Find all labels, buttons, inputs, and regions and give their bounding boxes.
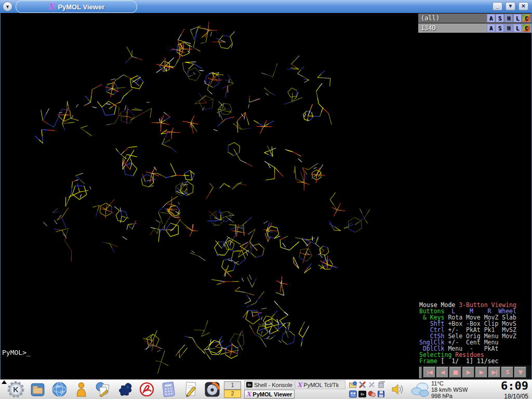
command-cursor: _: [26, 349, 31, 356]
s-button[interactable]: S: [496, 24, 504, 32]
pager-desktop-1[interactable]: 1: [224, 381, 241, 390]
frame-menu-button[interactable]: ▼: [514, 367, 526, 378]
s-button[interactable]: S: [496, 14, 504, 22]
panel-hide-arrow-icon[interactable]: [2, 380, 7, 384]
weather-applet[interactable]: 11°C 18 km/h WSW 998 hPa: [411, 380, 468, 399]
disk-sync-icon[interactable]: [377, 390, 385, 398]
weather-temperature: 11°C: [431, 380, 468, 387]
title-bar[interactable]: ▼ X PyMOL Viewer _ ▼ ✕: [0, 0, 532, 13]
chat-icon[interactable]: [368, 390, 376, 398]
clock-time: 6:09: [501, 379, 528, 392]
object-buttons: ASHLC: [487, 14, 531, 22]
task-label: Shell - Konsole: [254, 382, 292, 388]
acrobat-reader-icon[interactable]: [138, 381, 155, 398]
weather-pressure: 998 hPa: [431, 393, 468, 399]
system-tray: S>: [349, 380, 385, 398]
terminal-tray-icon[interactable]: S>: [358, 391, 366, 397]
contact-person-icon[interactable]: [73, 381, 90, 398]
desktop-pager: 1 2: [224, 381, 241, 398]
close-button[interactable]: ✕: [518, 2, 528, 10]
stop-button[interactable]: ■: [449, 367, 461, 378]
config-tools-icon[interactable]: [368, 381, 376, 389]
title-tab[interactable]: X PyMOL Viewer: [16, 1, 137, 13]
k3b-cd-burner-icon[interactable]: [204, 381, 221, 398]
window-title: PyMOL Viewer: [58, 3, 104, 11]
main-area: PyMOL>_ (all) ASHLC 134D ASHLC Mouse Mod…: [0, 13, 532, 379]
mail-documents-icon[interactable]: [95, 381, 112, 398]
minimize-button[interactable]: _: [493, 2, 502, 10]
a-button[interactable]: A: [487, 24, 495, 32]
kmenu-icon[interactable]: K: [7, 381, 24, 398]
kde-taskbar: K: [0, 379, 532, 399]
h-button[interactable]: H: [504, 24, 513, 32]
c-button[interactable]: C: [522, 14, 530, 22]
play-button[interactable]: ▶: [462, 367, 474, 378]
object-name: (all): [421, 15, 440, 22]
frame-bar-grip[interactable]: [419, 367, 422, 378]
command-line[interactable]: PyMOL>_: [2, 349, 31, 356]
a-button[interactable]: A: [487, 14, 495, 22]
konsole-icon: S>: [246, 382, 252, 388]
c-button[interactable]: C: [522, 24, 530, 32]
weather-wind: 18 km/h WSW: [431, 387, 468, 393]
mouse-help: Mouse Mode 3-Button ViewingButtons L M R…: [419, 302, 516, 364]
x11-icon: X: [297, 381, 302, 389]
web-browser-globe-icon[interactable]: [51, 381, 68, 398]
object-row-134d[interactable]: 134D ASHLC: [418, 23, 531, 33]
text-editor-icon[interactable]: [182, 381, 199, 398]
task-shell-konsole[interactable]: S> Shell - Konsole: [244, 380, 295, 389]
crossed-tools-icon[interactable]: [358, 381, 366, 389]
mail-notifier-icon[interactable]: [349, 381, 357, 389]
s-toggle-button[interactable]: S: [501, 367, 513, 378]
weather-clouds-icon: [411, 381, 430, 398]
korganizer-icon[interactable]: [349, 390, 357, 398]
task-label: PyMOL Tcl/Tk: [303, 382, 339, 388]
clock-applet[interactable]: 6:09 18/10/05: [501, 379, 530, 399]
pager-desktop-2[interactable]: 2: [224, 390, 241, 398]
l-button[interactable]: L: [513, 14, 522, 22]
x11-icon: X: [246, 391, 251, 398]
x11-icon: X: [48, 2, 55, 11]
package-icon[interactable]: [377, 381, 385, 389]
home-folder-icon[interactable]: [29, 381, 46, 398]
weather-readings: 11°C 18 km/h WSW 998 hPa: [431, 380, 468, 399]
volume-icon[interactable]: [391, 382, 405, 396]
frame-controls: |◀◀■▶▶▶|S▼: [418, 365, 531, 379]
svg-text:K: K: [13, 385, 19, 394]
object-name: 134D: [421, 24, 436, 32]
calculator-icon[interactable]: [160, 381, 177, 398]
task-list: S> Shell - Konsole X PyMOL Tcl/Tk X PyMO…: [244, 380, 345, 398]
skip-first-button[interactable]: |◀: [423, 367, 435, 378]
l-button[interactable]: L: [513, 24, 522, 32]
maximize-button[interactable]: ▼: [506, 2, 515, 10]
object-buttons: ASHLC: [487, 24, 531, 32]
molecule-render[interactable]: [1, 13, 418, 379]
launcher-icons: K: [7, 381, 221, 398]
clock-date: 18/10/05: [501, 393, 528, 399]
step-back-button[interactable]: ◀: [436, 367, 448, 378]
window-controls: _ ▼ ✕: [493, 2, 528, 10]
command-prompt: PyMOL>: [2, 349, 26, 356]
control-panel: (all) ASHLC 134D ASHLC Mouse Mode 3-Butt…: [418, 13, 531, 379]
object-row-all[interactable]: (all) ASHLC: [418, 14, 531, 23]
mouse-help-line: Frame [ 1/ 1] 11/sec: [419, 358, 516, 364]
task-label: PyMOL Viewer: [252, 391, 292, 397]
task-pymol-viewer[interactable]: X PyMOL Viewer: [244, 390, 295, 398]
mozilla-icon[interactable]: [116, 381, 134, 398]
window-menu-icon: ▼: [5, 4, 10, 9]
step-forward-button[interactable]: ▶: [475, 367, 487, 378]
h-button[interactable]: H: [504, 14, 513, 22]
pymol-window: ▼ X PyMOL Viewer _ ▼ ✕ PyMOL>_ (all) ASH…: [0, 0, 532, 399]
window-menu-button[interactable]: ▼: [3, 2, 12, 11]
task-pymol-tcltk[interactable]: X PyMOL Tcl/Tk: [295, 380, 345, 389]
molecule-viewport[interactable]: PyMOL>_: [1, 13, 418, 379]
skip-last-button[interactable]: ▶|: [488, 367, 500, 378]
